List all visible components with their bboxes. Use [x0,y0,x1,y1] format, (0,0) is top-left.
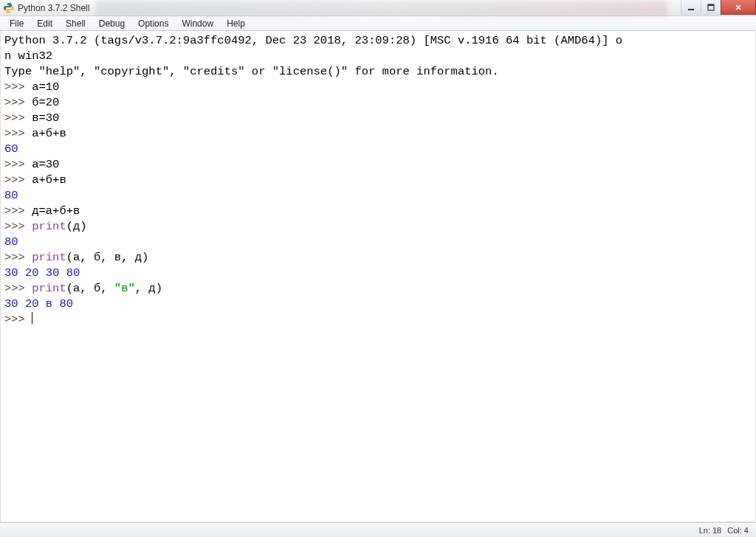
menu-debug[interactable]: Debug [92,17,131,30]
window-titlebar: Python 3.7.2 Shell [0,0,756,16]
prompt: >>> [4,251,25,264]
svg-rect-4 [708,4,714,6]
menu-options[interactable]: Options [131,17,175,30]
prompt: >>> [4,158,25,171]
close-button[interactable] [721,0,756,15]
menu-help[interactable]: Help [220,17,252,30]
status-col: Col: 4 [727,526,749,535]
print-args: (а, б, в, д) [66,251,149,264]
prompt: >>> [4,313,25,326]
output-line: 80 [4,189,18,202]
string-literal: "в" [114,282,135,295]
banner-line: n win32 [4,49,52,63]
background-blur [96,0,667,16]
prompt: >>> [4,282,25,295]
menu-file[interactable]: File [3,17,30,30]
input-line: а+б+в [32,173,66,187]
prompt: >>> [4,127,25,140]
input-line: а=30 [32,158,59,171]
output-line: 60 [4,142,18,156]
menu-edit[interactable]: Edit [30,17,59,30]
shell-text[interactable]: Python 3.7.2 (tags/v3.7.2:9a3ffc0492, De… [1,31,755,522]
output-line: 30 20 30 80 [4,266,80,280]
text-cursor [32,312,32,324]
keyword-print: print [32,282,66,295]
window-title: Python 3.7.2 Shell [18,3,89,13]
output-line: 80 [4,235,18,249]
status-line: Ln: 18 [699,526,722,535]
prompt: >>> [4,80,25,94]
input-line: б=20 [32,96,59,109]
prompt: >>> [4,220,25,233]
input-line: в=30 [32,111,59,125]
minimize-button[interactable] [681,0,701,15]
input-line: а+б+в [32,127,66,140]
input-line: а=10 [32,80,59,94]
menu-shell[interactable]: Shell [59,17,92,30]
menu-window[interactable]: Window [175,17,220,30]
python-idle-icon [3,2,15,14]
maximize-button[interactable] [701,0,721,15]
input-line: д=а+б+в [32,204,80,218]
keyword-print: print [32,220,66,233]
svg-point-1 [10,11,12,13]
window-button-group [681,0,756,15]
prompt: >>> [4,204,25,218]
prompt: >>> [4,173,25,187]
shell-area: Python 3.7.2 (tags/v3.7.2:9a3ffc0492, De… [0,31,756,522]
print-args-post: , д) [135,282,162,295]
status-bar: Ln: 18 Col: 4 [0,522,756,537]
banner-line: Type "help", "copyright", "credits" or "… [4,65,499,78]
menu-bar: File Edit Shell Debug Options Window Hel… [0,16,756,31]
print-args: (д) [66,220,87,233]
banner-line: Python 3.7.2 (tags/v3.7.2:9a3ffc0492, De… [4,34,622,47]
output-line: 30 20 в 80 [4,297,73,311]
print-args-pre: (а, б, [66,282,114,295]
svg-point-0 [7,4,8,5]
svg-rect-2 [688,9,694,10]
prompt: >>> [4,96,25,109]
prompt: >>> [4,111,25,125]
keyword-print: print [32,251,66,264]
